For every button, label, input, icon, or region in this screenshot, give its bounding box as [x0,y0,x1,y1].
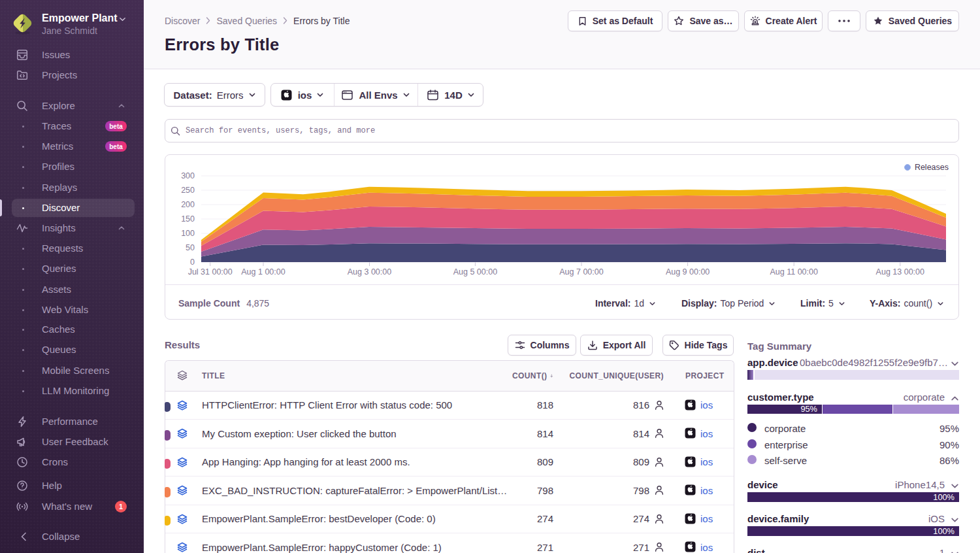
svg-text:0: 0 [190,258,195,267]
svg-text:Aug 5 00:00: Aug 5 00:00 [453,267,497,276]
svg-text:Aug 7 00:00: Aug 7 00:00 [559,267,603,276]
svg-text:250: 250 [181,186,195,195]
svg-text:Aug 9 00:00: Aug 9 00:00 [666,267,710,276]
svg-text:Aug 1 00:00: Aug 1 00:00 [241,267,285,276]
svg-text:Aug 13 00:00: Aug 13 00:00 [876,267,924,276]
svg-text:50: 50 [186,243,195,252]
svg-text:150: 150 [181,214,195,224]
svg-text:Jul 31 00:00: Jul 31 00:00 [188,267,233,276]
svg-text:Aug 11 00:00: Aug 11 00:00 [770,267,817,276]
svg-text:300: 300 [181,171,195,180]
svg-text:100: 100 [181,229,195,238]
svg-text:Aug 3 00:00: Aug 3 00:00 [348,267,391,276]
svg-text:200: 200 [181,200,195,209]
